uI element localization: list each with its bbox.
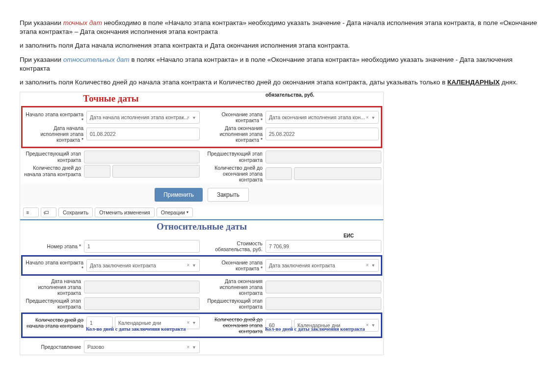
input-days-start-t[interactable]: [112, 165, 200, 178]
label-prev-stage-rel-r: Предшествующий этап контракта: [204, 298, 266, 310]
screenshot-exact-dates: Точные даты обязательства, руб. Начало э…: [20, 92, 384, 355]
select-end-stage[interactable]: Дата окончания исполнения этапа кон...: [266, 111, 379, 124]
label-end-stage-rel: Окончание этапа контракта *: [204, 260, 266, 271]
label-days-end-rel: Количество дней до окончания этапа контр…: [204, 316, 266, 334]
label-days-end: Количество дней до окончания этапа контр…: [204, 165, 266, 183]
operations-button[interactable]: Операции▾: [157, 208, 193, 217]
intro-p2: и заполнить поля Дата начала исполнения …: [20, 41, 538, 50]
label-days-start: Количество дней до начала этапа контракт…: [22, 165, 84, 177]
menu-icon[interactable]: ≡: [23, 208, 39, 217]
label-stage-number: Номер этапа *: [22, 243, 84, 249]
input-days-start-n[interactable]: [84, 165, 110, 178]
eis-label: ЕИС: [20, 233, 383, 238]
title-relative: Относительные даты: [20, 221, 383, 232]
label-start-stage: Начало этапа контракта *: [25, 111, 86, 123]
toolbar: ≡ 🏷 Сохранить Отменить изменения Операци…: [20, 206, 383, 220]
select-provision[interactable]: Разово: [84, 340, 200, 353]
intro-p1: При указании точных дат необходимо в пол…: [20, 19, 538, 36]
input-prev-stage-rel-l[interactable]: [84, 297, 200, 310]
intro-p4: и заполнить поля Количество дней до нача…: [20, 78, 538, 87]
obligation-cost-header: обязательства, руб.: [202, 92, 383, 98]
action-bar: Применить Закрыть: [20, 184, 383, 206]
note-days-from-contract-r: Кол-во дней с даты заключения контракта: [265, 326, 365, 332]
relative-dates-term: относительных дат: [63, 56, 130, 63]
label-end-stage: Окончание этапа контракта *: [204, 111, 266, 123]
label-start-stage-rel: Начало этапа контракта *: [25, 260, 86, 271]
exact-highlight-box: Начало этапа контракта * Дата начала исп…: [21, 106, 382, 148]
input-prev-stage-rel-r[interactable]: [266, 297, 381, 310]
relative-highlight-2: Количество дней до начала этапа контракт…: [21, 313, 382, 338]
relative-highlight-1: Начало этапа контракта * Дата заключения…: [21, 255, 382, 276]
input-prev-stage-l[interactable]: [84, 151, 200, 163]
select-start-stage[interactable]: Дата начала исполнения этапа контрак...: [86, 111, 200, 124]
label-start-date: Дата начала исполнения этапа контракта *: [25, 125, 86, 143]
label-provision: Предоставление: [22, 344, 84, 350]
calendar-days-term: КАЛЕНДАРНЫХ: [447, 78, 500, 86]
note-days-from-contract-l: Кол-во дней с даты заключения контракта: [86, 326, 186, 332]
close-button[interactable]: Закрыть: [208, 188, 249, 202]
label-end-date: Дата окончания исполнения этапа контракт…: [204, 125, 266, 143]
input-end-date[interactable]: 25.08.2022: [266, 128, 379, 140]
input-end-date-rel[interactable]: [266, 281, 381, 293]
cancel-changes-button[interactable]: Отменить изменения: [95, 208, 155, 217]
input-prev-stage-r[interactable]: [266, 151, 381, 163]
label-end-date-rel: Дата окончания исполнения этапа контракт…: [204, 278, 266, 296]
label-cost: Стоимость обязательства, руб.: [204, 240, 266, 252]
apply-button[interactable]: Применить: [155, 188, 203, 202]
input-days-end-t[interactable]: [294, 167, 381, 180]
input-cost[interactable]: 7 706,99: [266, 240, 381, 253]
label-prev-stage-r: Предшествующий этап контракта: [204, 151, 266, 162]
exact-dates-term: точных дат: [63, 19, 102, 26]
input-stage-number[interactable]: 1: [84, 240, 200, 253]
title-exact: Точные даты: [20, 93, 202, 104]
chevron-down-icon: ▾: [186, 210, 188, 214]
input-days-end-n[interactable]: [266, 167, 292, 180]
tag-icon[interactable]: 🏷: [41, 208, 56, 217]
intro-p3: При указании относительных дат в полях «…: [20, 55, 538, 73]
label-days-start-rel: Количество дней до начала этапа контракт…: [25, 317, 86, 329]
input-start-date-rel[interactable]: [84, 281, 200, 293]
label-start-date-rel: Дата начала исполнения этапа контракта: [22, 278, 84, 296]
input-start-date[interactable]: 01.08.2022: [86, 128, 200, 140]
select-end-stage-rel[interactable]: Дата заключения контракта: [266, 259, 379, 272]
select-start-stage-rel[interactable]: Дата заключения контракта: [86, 259, 200, 272]
label-prev-stage-rel-l: Предшествующий этап контракта: [22, 298, 84, 310]
save-button[interactable]: Сохранить: [58, 208, 93, 217]
label-prev-stage-l: Предшествующий этап контракта: [22, 151, 84, 162]
